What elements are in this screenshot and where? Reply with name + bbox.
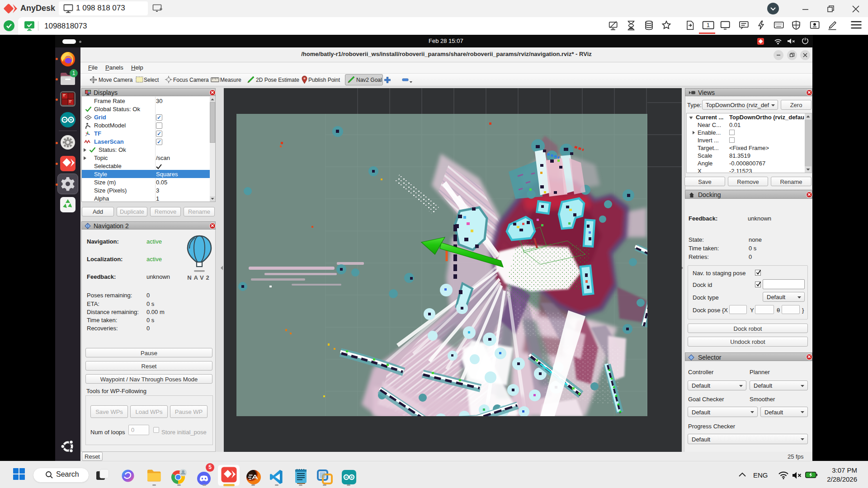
svg-text:NAV2: NAV2 xyxy=(187,274,212,281)
svg-text:1: 1 xyxy=(707,22,710,28)
